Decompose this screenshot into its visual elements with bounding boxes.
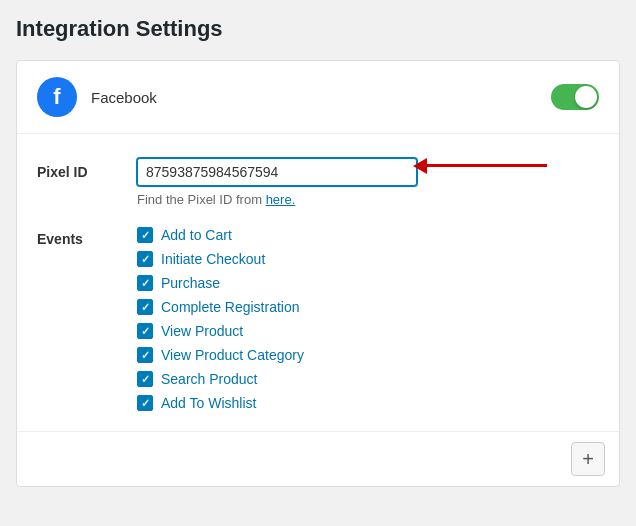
pixel-hint: Find the Pixel ID from here. <box>137 192 599 207</box>
event-name: Add To Wishlist <box>161 395 256 411</box>
events-label: Events <box>37 227 137 247</box>
fb-letter: f <box>53 84 60 110</box>
event-name: Search Product <box>161 371 258 387</box>
pixel-hint-text: Find the Pixel ID from <box>137 192 262 207</box>
event-item: Initiate Checkout <box>137 251 304 267</box>
event-checkbox[interactable] <box>137 275 153 291</box>
event-name: View Product <box>161 323 243 339</box>
event-item: View Product Category <box>137 347 304 363</box>
pixel-id-row: Pixel ID Find the Pixel ID from here. <box>37 158 599 207</box>
facebook-toggle[interactable] <box>551 84 599 110</box>
page-title: Integration Settings <box>16 16 620 42</box>
events-row: Events Add to CartInitiate CheckoutPurch… <box>37 227 599 411</box>
arrow-annotation <box>427 164 547 167</box>
pixel-id-label: Pixel ID <box>37 158 137 180</box>
add-button[interactable]: + <box>571 442 605 476</box>
event-item: View Product <box>137 323 304 339</box>
settings-content: Pixel ID Find the Pixel ID from here. Ev… <box>17 134 619 431</box>
event-checkbox[interactable] <box>137 371 153 387</box>
event-name: Initiate Checkout <box>161 251 265 267</box>
event-name: Complete Registration <box>161 299 300 315</box>
event-item: Add to Cart <box>137 227 304 243</box>
add-icon: + <box>582 448 594 471</box>
pixel-hint-link[interactable]: here. <box>266 192 296 207</box>
arrow-head <box>413 158 427 174</box>
event-checkbox[interactable] <box>137 251 153 267</box>
settings-card: f Facebook Pixel ID Find the Pixel ID fr… <box>16 60 620 487</box>
events-list: Add to CartInitiate CheckoutPurchaseComp… <box>137 227 304 411</box>
card-footer: + <box>17 431 619 486</box>
event-item: Search Product <box>137 371 304 387</box>
facebook-row: f Facebook <box>17 61 619 134</box>
arrow-line <box>427 164 547 167</box>
pixel-id-input[interactable] <box>137 158 417 186</box>
facebook-icon: f <box>37 77 77 117</box>
event-checkbox[interactable] <box>137 227 153 243</box>
pixel-field-content: Find the Pixel ID from here. <box>137 158 599 207</box>
event-item: Add To Wishlist <box>137 395 304 411</box>
event-checkbox[interactable] <box>137 299 153 315</box>
event-name: View Product Category <box>161 347 304 363</box>
event-name: Add to Cart <box>161 227 232 243</box>
event-item: Purchase <box>137 275 304 291</box>
event-checkbox[interactable] <box>137 395 153 411</box>
event-checkbox[interactable] <box>137 323 153 339</box>
event-name: Purchase <box>161 275 220 291</box>
event-checkbox[interactable] <box>137 347 153 363</box>
event-item: Complete Registration <box>137 299 304 315</box>
facebook-label: Facebook <box>91 89 551 106</box>
